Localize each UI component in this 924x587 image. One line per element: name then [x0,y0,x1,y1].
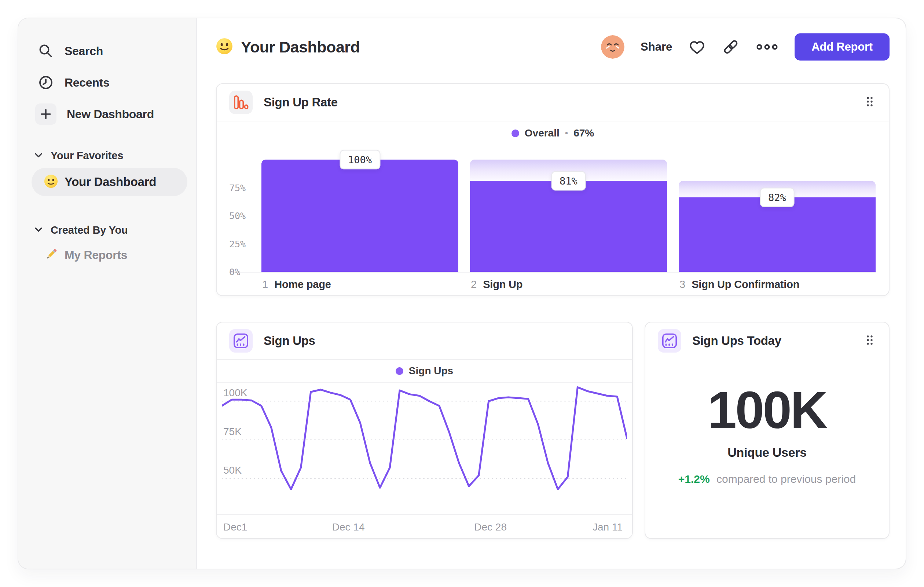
drag-handle-icon[interactable] [863,93,876,112]
main-content: Your Dashboard Share Add Report [197,18,906,569]
line-chart-icon [658,329,681,352]
y-axis-tick: 100K [223,387,247,399]
pencil-emoji-icon [44,247,59,263]
sidebar: Search Recents New Dashboard Your Favori… [18,18,197,569]
sidebar-item-your-dashboard[interactable]: Your Dashboard [31,168,187,196]
sidebar-item-label: New Dashboard [67,107,154,121]
y-axis-tick: 75K [223,426,242,438]
chevron-down-icon [35,152,43,160]
metric-delta: +1.2% compared to previous period [645,473,889,485]
drag-handle-icon[interactable] [863,332,876,350]
search-icon [37,43,54,60]
step-name: Sign Up [483,278,523,291]
avatar[interactable] [601,35,624,59]
delta-note: compared to previous period [716,473,856,485]
funnel-bar-fill [261,160,458,272]
y-axis-tick: 25% [229,238,246,249]
funnel-plot: 75% 50% 25% 0% 100% 1 Home page [229,160,876,273]
funnel-bar-fill [470,181,667,272]
smiley-emoji-icon [44,174,58,190]
step-number: 3 [680,278,685,291]
card-title: Sign Ups [264,334,315,348]
line-legend[interactable]: Sign Ups [217,360,632,383]
line-chart-icon [229,329,252,352]
sign-ups-today-card: Sign Ups Today 100K Unique Users +1.2% c… [645,322,889,539]
value-tooltip: 100% [340,150,380,169]
funnel-bar-fill [679,197,876,272]
chevron-down-icon [35,227,43,234]
x-axis-tick: Dec 14 [332,521,365,533]
sidebar-item-label: Your Dashboard [64,175,156,189]
link-icon[interactable] [722,38,739,56]
step-name: Home page [274,278,331,291]
heart-icon[interactable] [688,39,706,55]
x-axis-tick: Dec 28 [474,521,507,533]
value-tooltip: 82% [760,187,795,207]
y-axis-tick: 75% [229,182,246,193]
page-header: Your Dashboard Share Add Report [216,31,889,62]
legend-separator: • [565,128,568,138]
y-axis-tick: 50K [223,465,242,476]
legend-overall-value: 67% [573,127,594,139]
metric-label: Unique Users [645,445,889,460]
legend-series-name: Overall [525,127,559,139]
sign-up-rate-card: Sign Up Rate Overall • 67% 75% 50% 25% 0… [216,83,889,296]
x-axis-tick: Jan 11 [592,521,623,533]
sidebar-section-your-favorites[interactable]: Your Favorites [35,150,187,162]
app-window: Search Recents New Dashboard Your Favori… [18,18,906,569]
sidebar-section-created-by-you[interactable]: Created By You [35,224,187,236]
funnel-step-label: 2 Sign Up [471,278,523,291]
add-report-button[interactable]: Add Report [795,33,889,61]
delta-percent: +1.2% [678,473,710,485]
clock-icon [37,74,54,91]
sidebar-item-label: My Reports [64,248,127,262]
bar-chart-icon [229,91,252,114]
funnel-step-label: 1 Home page [262,278,331,291]
metric-value: 100K [645,383,889,437]
legend-series-name: Sign Ups [409,365,453,377]
ellipsis-icon[interactable] [756,43,779,51]
sidebar-item-my-reports[interactable]: My Reports [29,242,187,268]
page-title: Your Dashboard [241,38,360,56]
card-title: Sign Up Rate [264,95,338,109]
line-chart-svg [222,383,627,514]
section-title: Your Favorites [51,150,123,162]
card-title: Sign Ups Today [692,334,781,348]
legend-dot-icon [512,129,519,137]
funnel-bar-sign-up[interactable]: 81% 2 Sign Up [470,160,667,272]
step-name: Sign Up Confirmation [691,278,799,291]
sidebar-item-label: Recents [64,76,109,89]
plus-icon [35,103,56,125]
x-axis-tick: Dec1 [223,521,247,533]
sign-ups-card: Sign Ups Sign Ups 100K 75K 50K Dec1 Dec … [216,322,633,539]
section-title: Created By You [51,224,128,236]
line-plot: 100K 75K 50K [222,383,627,514]
x-axis: Dec1 Dec 14 Dec 28 Jan 11 [217,514,632,538]
funnel-legend[interactable]: Overall • 67% [217,121,889,145]
sidebar-item-search[interactable]: Search [29,39,187,63]
step-number: 2 [471,278,477,291]
smiley-emoji-icon [216,38,233,56]
funnel-bar-sign-up-confirmation[interactable]: 82% 3 Sign Up Confirmation [679,160,876,272]
step-number: 1 [262,278,268,291]
funnel-bar-home-page[interactable]: 100% 1 Home page [261,160,458,272]
y-axis-tick: 50% [229,211,246,221]
value-tooltip: 81% [551,171,586,191]
sidebar-item-label: Search [64,45,103,58]
sidebar-item-new-dashboard[interactable]: New Dashboard [29,102,187,126]
legend-dot-icon [396,367,403,375]
funnel-step-label: 3 Sign Up Confirmation [680,278,799,291]
sidebar-item-recents[interactable]: Recents [29,70,187,95]
y-axis-tick: 0% [229,267,240,277]
share-button[interactable]: Share [640,40,672,54]
